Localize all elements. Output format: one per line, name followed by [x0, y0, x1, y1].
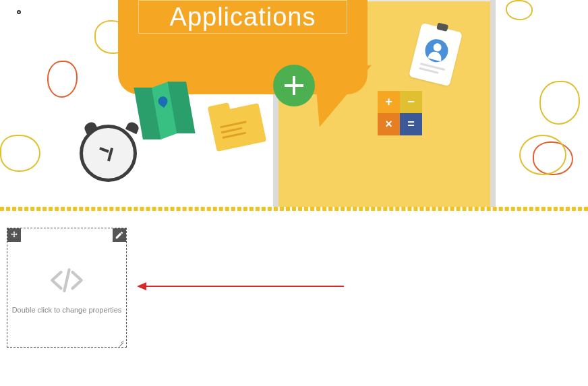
calc-mult: ×: [378, 113, 400, 135]
widget-hint-text: Double click to change properties: [7, 306, 126, 314]
map-icon: [134, 80, 195, 141]
title-bubble-tail: [314, 65, 376, 127]
decorative-shape: [506, 0, 533, 20]
annotation-arrow: [138, 286, 344, 287]
svg-line-0: [64, 269, 69, 290]
code-icon: [47, 265, 86, 298]
move-icon: [9, 230, 19, 240]
decorative-shape: [519, 135, 566, 175]
hero-banner: Applications + − × =: [0, 0, 588, 207]
decorative-shape: [0, 135, 40, 172]
calc-eq: =: [400, 113, 422, 135]
decorative-shape: [17, 10, 21, 14]
html-widget-placeholder[interactable]: Double click to change properties: [7, 228, 127, 348]
hero-title-box[interactable]: Applications: [138, 0, 347, 34]
calc-minus: −: [400, 91, 422, 113]
pencil-icon: [115, 230, 124, 240]
folder-icon: [209, 103, 266, 152]
decorative-shape: [539, 81, 580, 125]
section-divider: [0, 207, 588, 211]
decorative-shape: [47, 61, 78, 98]
hero-title: Applications: [170, 3, 316, 32]
edit-handle[interactable]: [113, 228, 126, 242]
add-icon: [273, 65, 315, 106]
calculator-icon: + − × =: [378, 91, 422, 135]
calc-plus: +: [378, 91, 400, 113]
move-handle[interactable]: [7, 228, 21, 242]
